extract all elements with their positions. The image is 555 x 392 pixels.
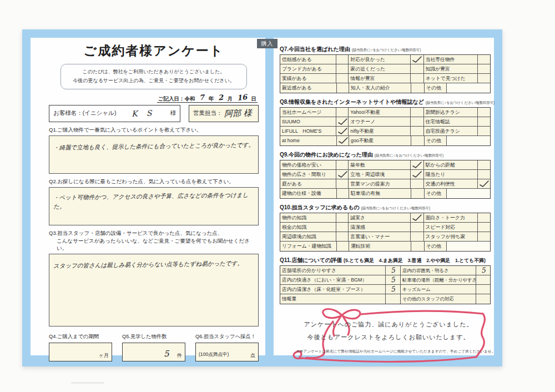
customer-suffix: 様 — [170, 109, 176, 117]
q8-check-cell — [411, 136, 425, 145]
q11-row: 店舗場所の分かりやすさ5店内の雰囲気・明るさ5 — [280, 266, 490, 275]
handwritten-sales-name: 阿部 様 — [224, 108, 251, 119]
q9-check-cell — [336, 170, 349, 179]
q11-score-cell: 5 — [476, 266, 490, 275]
q3-label-line1: Q3.担当スタッフ・店舗の設備・サービスで良かった点、気になった点、 — [49, 230, 259, 237]
q9-title-text: Q9.今回の物件にお決めになった理由 — [280, 152, 373, 158]
q9-check-cell — [411, 189, 425, 198]
handwritten-year: 7 — [196, 93, 208, 102]
q8-check-cell — [336, 117, 349, 126]
q7-check-cell — [411, 74, 424, 83]
handwritten-score: 5 — [480, 266, 486, 275]
q9-other-blank — [447, 189, 490, 198]
q9-option-label: 駅からの距離 — [424, 160, 478, 169]
q7-option-label: 信頼感がある — [280, 55, 336, 64]
q8-check-cell — [411, 117, 424, 126]
q8-option-label: 自宅投函チラシ — [424, 127, 478, 135]
q9-row: 物件の価格が安い築年数駅からの距離 — [280, 160, 490, 170]
q7-check-cell — [336, 64, 349, 73]
handwritten-day: 16 — [234, 92, 250, 102]
q9-option-label: 築年数 — [349, 160, 410, 169]
q8-row: LIFULL HOME'Snifty不動産自宅投函チラシ — [280, 127, 490, 136]
q9-option-label: 交通の利便性 — [424, 179, 478, 188]
q11-score-cell — [476, 285, 490, 294]
q7-title: Q7.今回当社を選ばれた理由 (該当箇所に○をおつけください/複数回答可) — [280, 46, 490, 53]
q7-option-label: 対応が良かった — [349, 55, 410, 64]
q2-answer-box: ・ペット可物件かつ、アクセスの良さや予算、広さなどの条件をつけました。 — [49, 187, 259, 225]
handwritten-month: 2 — [215, 93, 226, 102]
q9-option-label: 建物の仕様・設備 — [280, 189, 337, 198]
q10-options-table: 物件の知識誠実さ面白さ・トーク力税金の知識清潔感スピード対応周辺環境の知識言葉遣… — [280, 213, 491, 252]
checkmark-icon — [478, 179, 490, 188]
q5-label: Q5.見学した物件数 — [122, 333, 185, 340]
checkmark-icon — [337, 170, 348, 179]
date-prefix: ご記入日：令和 — [158, 96, 195, 102]
q1-label: Q1.ご購入物件で一番気に入っているポイントを教えて下さい。 — [49, 127, 259, 134]
checkmark-icon — [337, 127, 348, 135]
q10-title-text: Q10.担当スタッフに求めるもの — [280, 204, 360, 210]
q8-title-text: Q8.情報収集をされたインターネットサイトや情報誌など — [280, 99, 424, 105]
q8-check-cell — [336, 108, 349, 117]
q7-option-label: 実績がある — [280, 74, 336, 83]
q8-option-label: オウチーノ — [349, 117, 410, 126]
q11-row: 店内の清潔さ（床・化粧室・ブース）5キッズルーム — [280, 285, 490, 294]
customer-label: お客様名：(イニシャル) — [53, 109, 116, 117]
checkmark-icon — [337, 136, 349, 145]
q6-note: (100点満点中) — [199, 351, 229, 358]
q10-other-label: その他 — [425, 242, 447, 251]
q10-option-label: スピード対応 — [424, 223, 478, 232]
scan-artifact — [71, 382, 104, 384]
q9-option-label: 物件の広さ・間取り — [280, 170, 336, 179]
q10-option-label: 運転技術 — [349, 242, 411, 251]
q9-check-cell — [478, 160, 490, 169]
q10-row: 物件の知識誠実さ面白さ・トーク力 — [280, 213, 490, 223]
survey-right-page: Q7.今回当社を選ばれた理由 (該当箇所に○をおつけください/複数回答可) 信頼… — [274, 38, 494, 355]
q10-check-cell — [337, 242, 349, 251]
q8-option-label: 当社ホームページ — [280, 108, 336, 117]
q9-check-cell — [336, 160, 349, 169]
checkmark-icon — [411, 160, 422, 169]
q5-handwritten-count: 5 — [164, 348, 169, 358]
purchase-badge: 購入 — [257, 39, 278, 48]
q7-option-label: ブランド力がある — [280, 64, 336, 73]
q11-score-cell — [476, 294, 490, 304]
handwritten-score: 5 — [390, 275, 396, 284]
q8-option-label: LIFULL HOME'S — [280, 127, 336, 135]
q11-score-cell: 5 — [386, 285, 401, 294]
q8-row: 当社ホームページYahoo!不動産新聞折込チラシ — [280, 108, 490, 117]
q8-check-cell — [411, 108, 424, 117]
q9-other-label: その他 — [425, 189, 447, 198]
q8-check-cell — [411, 127, 424, 135]
q10-check-cell — [478, 213, 490, 222]
q6-label: Q6.担当スタッフへ採点！ — [195, 333, 259, 340]
q8-check-cell — [478, 108, 490, 117]
handwritten-customer-initials: K S — [131, 108, 155, 118]
q11-score-cell — [386, 294, 401, 304]
q8-other-blank — [447, 136, 490, 145]
customer-name-box: お客様名：(イニシャル) K S 様 — [49, 105, 180, 122]
q7-check-cell — [478, 74, 490, 83]
survey-left-page: 購入 ご成約者様アンケート このたびは、弊社をご利用いただきありがとうございまし… — [31, 38, 265, 355]
q7-check-cell — [478, 64, 490, 73]
q5-block: Q5.見学した物件数 5 件 — [122, 333, 185, 361]
q10-option-label: 税金の知識 — [280, 223, 336, 232]
q11-title: Q11.店舗についての評価 (5.とても満足 4.まあ満足 3.普通 2.やや満… — [280, 257, 490, 264]
q7-check-cell — [478, 55, 490, 64]
q7-option-label: 家の近くだった — [349, 64, 410, 73]
q8-option-label: nifty不動産 — [349, 127, 410, 135]
handwritten-score: 5 — [390, 266, 396, 275]
q7-check-cell — [336, 55, 349, 64]
intro-line1: このたびは、弊社をご利用いただきありがとうございました。 — [63, 68, 244, 77]
thanks-text-block: アンケートへのご協力、誠にありがとうございました。 今後ともアークレストをよろし… — [296, 320, 481, 354]
thanks-section: アンケートへのご協力、誠にありがとうございました。 今後ともアークレストをよろし… — [280, 306, 492, 371]
q9-option-label: 営業マンの提案力 — [349, 179, 410, 188]
q3-answer-box: スタッフの皆さんは親しみ易く分からない点等もたずね易かったです。 — [49, 254, 259, 326]
q7-option-label: 知人・友人の紹介 — [349, 83, 411, 93]
q7-other-blank — [447, 83, 490, 93]
q9-option-label: 立地・周辺環境 — [349, 170, 410, 179]
q10-option-label: 清潔感 — [349, 223, 410, 232]
q10-option-label: 周辺環境の知識 — [280, 232, 336, 241]
q10-check-cell — [336, 223, 349, 232]
q9-check-cell — [411, 179, 424, 188]
q8-option-label: 新聞折込チラシ — [424, 108, 478, 117]
